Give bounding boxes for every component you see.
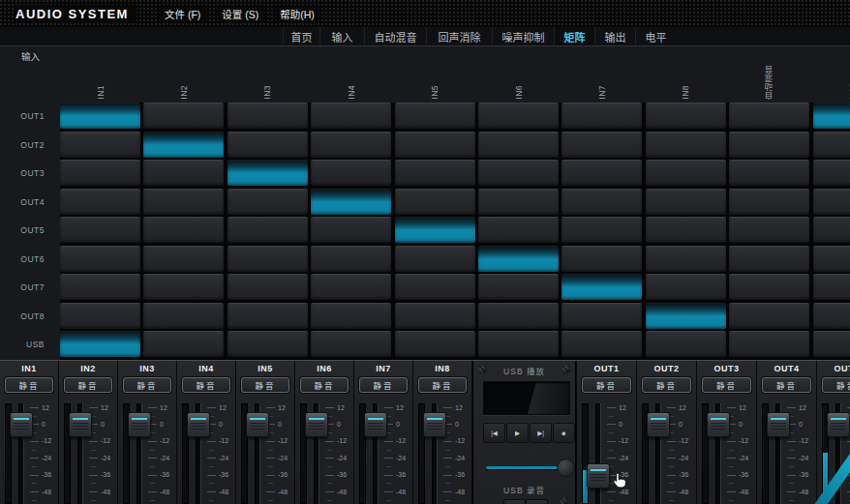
mute-button-IN2[interactable]: 静音 bbox=[64, 377, 112, 393]
matrix-cell-OUT2-IN7[interactable] bbox=[562, 132, 642, 158]
transport-next-button[interactable]: ▶| bbox=[530, 423, 552, 443]
mute-button-IN7[interactable]: 静音 bbox=[359, 377, 408, 393]
matrix-cell-OUT8-IN1[interactable] bbox=[60, 303, 140, 329]
tab-回声消除[interactable]: 回声消除 bbox=[426, 27, 492, 45]
matrix-cell-OUT4-IN3[interactable] bbox=[228, 189, 308, 215]
usb-volume-slider[interactable] bbox=[486, 466, 562, 469]
matrix-cell-OUT5-IN5[interactable] bbox=[395, 217, 475, 243]
matrix-cell-OUT4-IN5[interactable] bbox=[395, 189, 475, 215]
fader-knob-OUT5[interactable] bbox=[827, 412, 850, 437]
mute-button-OUT5[interactable]: 静音 bbox=[822, 377, 850, 393]
menu-item-0[interactable]: 文件 (F) bbox=[158, 5, 207, 23]
matrix-cell-OUT5-IN3[interactable] bbox=[228, 217, 308, 243]
mute-button-IN8[interactable]: 静音 bbox=[418, 377, 467, 393]
matrix-cell-USB-IN3[interactable] bbox=[228, 331, 308, 357]
matrix-cell-OUT3-IN8[interactable] bbox=[646, 160, 726, 186]
matrix-cell-OUT5-IN8[interactable] bbox=[646, 217, 726, 243]
matrix-cell-OUT1-IN2[interactable] bbox=[143, 103, 224, 129]
matrix-cell-OUT5-IN4[interactable] bbox=[311, 217, 391, 243]
matrix-cell-OUT7-IN3[interactable] bbox=[228, 274, 308, 300]
matrix-cell-OUT1-自动混音[interactable] bbox=[729, 103, 809, 129]
usb-record-stop-button[interactable] bbox=[526, 499, 548, 504]
fader-knob-IN7[interactable] bbox=[364, 412, 387, 437]
matrix-cell-OUT3-IN5[interactable] bbox=[395, 160, 475, 186]
matrix-cell-OUT2-USB[interactable] bbox=[813, 132, 850, 158]
matrix-cell-OUT6-IN8[interactable] bbox=[646, 246, 726, 272]
matrix-cell-OUT5-自动混音[interactable] bbox=[729, 217, 809, 243]
tab-输入[interactable]: 输入 bbox=[319, 27, 364, 45]
matrix-cell-OUT2-IN2[interactable] bbox=[143, 132, 224, 158]
matrix-cell-OUT4-自动混音[interactable] bbox=[729, 189, 809, 215]
matrix-cell-OUT8-IN8[interactable] bbox=[646, 303, 726, 329]
matrix-cell-OUT4-USB[interactable] bbox=[813, 189, 850, 215]
matrix-cell-OUT2-IN1[interactable] bbox=[60, 132, 140, 158]
transport-prev-button[interactable]: |◀ bbox=[483, 423, 505, 443]
tab-自动混音[interactable]: 自动混音 bbox=[364, 27, 426, 45]
mute-button-IN3[interactable]: 静音 bbox=[123, 377, 171, 393]
matrix-cell-OUT6-IN3[interactable] bbox=[228, 246, 308, 272]
matrix-cell-OUT4-IN8[interactable] bbox=[646, 189, 726, 215]
mute-button-IN6[interactable]: 静音 bbox=[300, 377, 349, 393]
matrix-cell-USB-自动混音[interactable] bbox=[729, 331, 809, 357]
matrix-cell-USB-IN5[interactable] bbox=[395, 331, 475, 357]
matrix-cell-OUT4-IN2[interactable] bbox=[143, 189, 224, 215]
matrix-cell-OUT1-IN7[interactable] bbox=[562, 103, 642, 129]
fader-knob-OUT2[interactable] bbox=[647, 412, 670, 437]
usb-record-button[interactable] bbox=[503, 499, 526, 504]
matrix-cell-OUT2-IN4[interactable] bbox=[311, 132, 391, 158]
fader-knob-OUT4[interactable] bbox=[767, 412, 790, 437]
matrix-cell-OUT7-IN2[interactable] bbox=[143, 274, 224, 300]
matrix-cell-OUT1-IN4[interactable] bbox=[311, 103, 391, 129]
matrix-cell-OUT7-USB[interactable] bbox=[813, 274, 850, 300]
fader-knob-IN4[interactable] bbox=[187, 412, 210, 437]
matrix-cell-OUT4-IN7[interactable] bbox=[562, 189, 642, 215]
matrix-cell-OUT7-IN6[interactable] bbox=[478, 274, 559, 300]
matrix-cell-USB-IN4[interactable] bbox=[311, 331, 391, 357]
matrix-cell-USB-IN7[interactable] bbox=[562, 331, 642, 357]
tab-首页[interactable]: 首页 bbox=[283, 27, 319, 45]
matrix-cell-OUT6-IN6[interactable] bbox=[478, 246, 559, 272]
matrix-cell-OUT5-IN1[interactable] bbox=[60, 217, 140, 243]
matrix-cell-OUT8-IN2[interactable] bbox=[143, 303, 224, 329]
matrix-cell-OUT3-USB[interactable] bbox=[813, 160, 850, 186]
matrix-cell-OUT4-IN6[interactable] bbox=[478, 189, 559, 215]
matrix-cell-OUT7-IN8[interactable] bbox=[646, 274, 726, 300]
fader-knob-IN1[interactable] bbox=[10, 412, 33, 437]
transport-stop-button[interactable]: ■ bbox=[553, 423, 575, 443]
mute-button-OUT3[interactable]: 静音 bbox=[702, 377, 751, 393]
matrix-cell-OUT8-IN7[interactable] bbox=[562, 303, 642, 329]
tab-电平[interactable]: 电平 bbox=[635, 27, 676, 45]
fader-knob-IN2[interactable] bbox=[69, 412, 92, 437]
fader-track-OUT1[interactable] bbox=[595, 403, 601, 504]
mute-button-OUT4[interactable]: 静音 bbox=[762, 377, 811, 393]
matrix-cell-OUT5-USB[interactable] bbox=[813, 217, 850, 243]
matrix-cell-OUT2-自动混音[interactable] bbox=[729, 132, 809, 158]
mute-button-IN5[interactable]: 静音 bbox=[241, 377, 289, 393]
matrix-cell-OUT1-IN8[interactable] bbox=[646, 103, 726, 129]
matrix-cell-USB-IN8[interactable] bbox=[646, 331, 726, 357]
fader-knob-OUT3[interactable] bbox=[707, 412, 730, 437]
matrix-cell-OUT7-自动混音[interactable] bbox=[729, 274, 809, 300]
matrix-cell-OUT7-IN1[interactable] bbox=[60, 274, 140, 300]
mute-button-IN1[interactable]: 静音 bbox=[5, 377, 53, 393]
matrix-cell-USB-IN2[interactable] bbox=[143, 331, 224, 357]
mute-button-IN4[interactable]: 静音 bbox=[182, 377, 230, 393]
matrix-cell-OUT7-IN5[interactable] bbox=[395, 274, 475, 300]
matrix-cell-OUT8-IN6[interactable] bbox=[478, 303, 559, 329]
matrix-cell-OUT6-自动混音[interactable] bbox=[729, 246, 809, 272]
fader-knob-IN8[interactable] bbox=[423, 412, 446, 437]
matrix-cell-OUT8-IN4[interactable] bbox=[311, 303, 391, 329]
matrix-cell-OUT7-IN7[interactable] bbox=[562, 274, 642, 300]
matrix-cell-OUT8-IN5[interactable] bbox=[395, 303, 475, 329]
matrix-cell-OUT1-IN5[interactable] bbox=[395, 103, 475, 129]
matrix-cell-OUT5-IN6[interactable] bbox=[478, 217, 559, 243]
matrix-cell-OUT2-IN8[interactable] bbox=[646, 132, 726, 158]
fader-knob-IN6[interactable] bbox=[305, 412, 328, 437]
matrix-cell-OUT1-IN1[interactable] bbox=[60, 103, 140, 129]
matrix-cell-OUT6-IN7[interactable] bbox=[562, 246, 642, 272]
matrix-cell-OUT1-IN6[interactable] bbox=[478, 103, 559, 129]
matrix-cell-OUT3-IN2[interactable] bbox=[143, 160, 224, 186]
fader-knob-IN3[interactable] bbox=[128, 412, 151, 437]
matrix-cell-OUT6-IN1[interactable] bbox=[60, 246, 140, 272]
matrix-cell-OUT2-IN3[interactable] bbox=[228, 132, 308, 158]
